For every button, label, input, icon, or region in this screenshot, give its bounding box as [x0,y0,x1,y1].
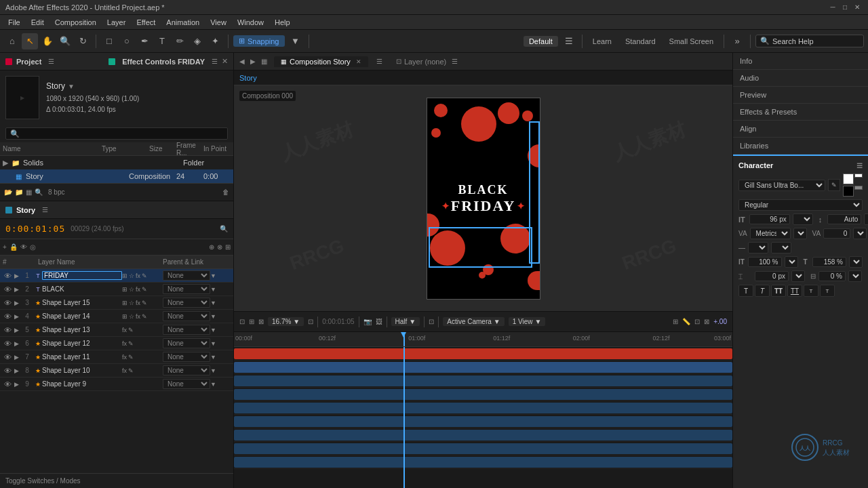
workspace-default[interactable]: Default [524,36,558,47]
fx-icon-1[interactable]: fx [136,272,140,279]
panel-close-button[interactable]: ✕ [222,57,228,66]
layer-row-8[interactable]: 👁 ▶ 8 ★ Shape Layer 10 fx ✎ None ▼ [0,364,233,378]
bg-color-swatch[interactable] [843,186,854,197]
vert-scale-dropdown[interactable]: ▼ [785,256,798,268]
text-color-swatch[interactable] [843,174,854,184]
preview-icon[interactable]: ⊞ [249,318,254,325]
fx-icon-4[interactable]: fx [136,313,140,320]
comp-back-btn[interactable]: ◀ [239,58,245,65]
puppet-tool[interactable]: ✦ [207,33,223,49]
menu-file[interactable]: File [3,17,26,28]
vis-icon-5[interactable]: 👁 [3,326,12,334]
sidebar-audio[interactable]: Audio [733,70,868,87]
breadcrumb-story[interactable]: Story [239,74,257,82]
font-family-select[interactable]: Gill Sans Ultra Bo... [738,180,825,191]
style-btn-T-super[interactable]: T [804,285,818,297]
expand-4[interactable]: ▶ [12,313,20,320]
story-dropdown-icon[interactable]: ▼ [68,81,75,92]
style-btn-TT-2[interactable]: TT [787,285,802,297]
sidebar-libraries[interactable]: Libraries [733,138,868,155]
camera-selector[interactable]: Active Camera ▼ [443,317,504,326]
workspace-learn[interactable]: Learn [587,36,617,47]
minimize-button[interactable]: ─ [827,3,838,12]
tsume-input[interactable] [818,271,846,281]
layer-row-9[interactable]: 👁 ▶ 9 ★ Shape Layer 9 None ▼ [0,378,233,391]
edit-icon-8[interactable]: ✎ [128,367,134,374]
grid-icon[interactable]: ⊞ [673,318,678,325]
project-menu-icon[interactable]: ☰ [48,58,54,65]
fx-icon-6[interactable]: fx [122,340,127,347]
fx-icon-8[interactable]: fx [122,367,127,374]
shy-icon-3[interactable]: ☆ [129,300,134,306]
select-tool[interactable]: ↖ [22,33,38,49]
vis-icon-7[interactable]: 👁 [3,353,12,361]
layer-options-icon[interactable]: ⊕ [209,243,214,251]
edit-icon-4[interactable]: ✎ [142,313,147,320]
aspect-icon[interactable]: ⊡ [308,318,313,325]
vis-icon-9[interactable]: 👁 [3,380,12,388]
parent-select-2[interactable]: None [163,284,210,294]
expand-5[interactable]: ▶ [12,327,20,333]
project-item-solids[interactable]: ▶ 📁 Solids Folder [0,156,233,169]
parent-select-8[interactable]: None [163,365,210,375]
layer-row-3[interactable]: 👁 ▶ 3 ★ Shape Layer 15 ⊞ ☆ fx ✎ None ▼ [0,296,233,310]
current-time-display[interactable]: 0:00:01:05 [5,224,65,234]
zoom-tool[interactable]: 🔍 [57,33,73,49]
menu-window[interactable]: Window [232,17,269,28]
quality-selector[interactable]: Half ▼ [391,317,420,326]
menu-effect[interactable]: Effect [131,17,161,28]
search-layers-icon[interactable]: 🔍 [220,225,228,232]
unit-dropdown[interactable]: ▼ [771,242,791,253]
edit-icon-1[interactable]: ✎ [142,272,147,279]
solo-icon[interactable]: ◎ [30,243,36,251]
menu-edit[interactable]: Edit [26,17,50,28]
tracking-dropdown[interactable]: ▼ [853,228,867,239]
baseline-input[interactable] [755,271,789,281]
layer-more-icon[interactable]: ⊗ [217,243,222,251]
delete-icon[interactable]: 🗑 [222,188,229,196]
style-btn-TT[interactable]: TT [771,285,786,297]
lock-icon[interactable]: 🔒 [9,243,18,251]
comp-canvas-area[interactable]: 人人素材 RRCG 人人素材 RRCG 人人素材 RRCG Compositio… [234,85,732,311]
line-height-input[interactable] [827,214,861,224]
font-size-input[interactable] [749,214,790,224]
close-button[interactable]: ✕ [852,3,863,12]
comp-settings-icon[interactable]: ☰ [376,58,382,65]
shape-tool-ellipse[interactable]: ○ [119,33,135,49]
brush-tool[interactable]: ✏ [172,33,188,49]
fx-icon-3[interactable]: fx [136,300,140,306]
layer-row-4[interactable]: 👁 ▶ 4 ★ Shape Layer 14 ⊞ ☆ fx ✎ None ▼ [0,310,233,323]
baseline-dropdown[interactable]: ▼ [791,270,805,282]
edit-icon-3[interactable]: ✎ [142,300,147,306]
vert-scale-input[interactable] [748,257,782,267]
layer-row-2[interactable]: 👁 ▶ 2 T BLACK ⊞ ☆ fx ✎ None ▼ [0,283,233,296]
snapping-button[interactable]: ⊞ Snapping [233,35,285,47]
font-edit-btn[interactable]: ✎ [828,179,840,191]
menu-layer[interactable]: Layer [102,17,132,28]
font-style-select[interactable]: Regular [738,199,863,211]
expand-1[interactable]: ▶ [12,272,20,279]
style-btn-T-italic[interactable]: T [755,285,770,297]
mask-icon[interactable]: ⊡ [694,318,700,325]
edit-icon-5[interactable]: ✎ [128,327,134,333]
new-layer-icon[interactable]: + [3,243,7,251]
transparency-icon[interactable]: ⊠ [258,318,264,325]
vis-icon-4[interactable]: 👁 [3,312,12,321]
kerning-dropdown[interactable]: ▼ [793,228,807,239]
comp-forward-btn[interactable]: ▶ [250,58,256,65]
fx-icon-7[interactable]: fx [122,354,127,361]
menu-view[interactable]: View [205,17,232,28]
parent-select-3[interactable]: None [163,298,210,308]
expand-6[interactable]: ▶ [12,340,20,347]
vis-icon-6[interactable]: 👁 [3,340,12,348]
sidebar-align[interactable]: Align [733,121,868,138]
find-icon[interactable]: 🔍 [35,188,43,196]
vis-icon-8[interactable]: 👁 [3,367,12,375]
vis-icon-1[interactable]: 👁 [3,272,12,280]
fx-icon-5[interactable]: fx [122,327,127,333]
menu-help[interactable]: Help [269,17,296,28]
parent-select-6[interactable]: None [163,338,210,348]
kerning-select[interactable]: Metrics [750,228,791,239]
hand-tool[interactable]: ✋ [39,33,56,49]
stamp-tool[interactable]: ◈ [189,33,205,49]
